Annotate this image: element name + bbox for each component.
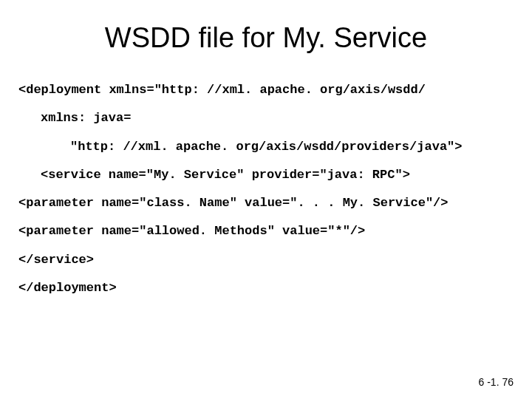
code-line-5: <parameter name="class. Name" value=". .… — [18, 189, 514, 217]
code-block: <deployment xmlns="http: //xml. apache. … — [18, 76, 514, 302]
slide-container: WSDD file for My. Service <deployment xm… — [0, 0, 532, 399]
code-line-3: "http: //xml. apache. org/axis/wsdd/prov… — [18, 133, 514, 161]
code-line-7: </service> — [18, 246, 514, 274]
page-number: 6 -1. 76 — [479, 376, 514, 388]
code-line-6: <parameter name="allowed. Methods" value… — [18, 217, 514, 245]
code-line-2: xmlns: java= — [18, 104, 514, 132]
code-line-8: </deployment> — [18, 274, 514, 302]
code-line-1: <deployment xmlns="http: //xml. apache. … — [18, 76, 514, 104]
slide-title: WSDD file for My. Service — [18, 22, 514, 54]
code-line-4: <service name="My. Service" provider="ja… — [18, 161, 514, 189]
